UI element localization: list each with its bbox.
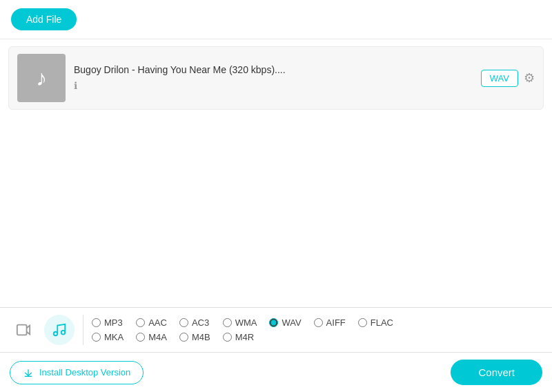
format-radio-flac[interactable] (358, 318, 367, 327)
file-thumbnail: ♪ (17, 54, 66, 102)
format-option-mp3[interactable]: MP3 (92, 317, 124, 328)
add-file-button[interactable]: Add File (11, 8, 77, 30)
file-list: ♪ Bugoy Drilon - Having You Near Me (320… (0, 39, 552, 307)
svg-point-1 (54, 332, 58, 336)
action-bar: Install Desktop Version Convert (0, 353, 552, 392)
format-radio-wav[interactable] (269, 318, 278, 327)
file-item: ♪ Bugoy Drilon - Having You Near Me (320… (8, 46, 544, 110)
music-note-icon: ♪ (36, 66, 47, 91)
format-radio-m4a[interactable] (136, 333, 145, 342)
video-icon (16, 322, 31, 337)
format-option-aac[interactable]: AAC (136, 317, 167, 328)
info-icon[interactable]: ℹ (74, 80, 77, 91)
format-option-m4r[interactable]: M4R (223, 332, 257, 342)
format-label-m4a: M4A (148, 332, 167, 342)
format-badge-button[interactable]: WAV (481, 70, 518, 87)
bottom-panel: MP3AACAC3WMAWAVAIFFFLACMKAM4AM4BM4R Inst… (0, 307, 552, 392)
format-label-mka: MKA (104, 332, 124, 342)
convert-button[interactable]: Convert (451, 360, 542, 385)
format-label-m4r: M4R (235, 332, 254, 342)
format-label-aac: AAC (148, 317, 167, 328)
format-option-aiff[interactable]: AIFF (314, 317, 346, 328)
tab-icons (8, 315, 83, 345)
svg-point-2 (61, 331, 66, 335)
video-tab-button[interactable] (8, 315, 39, 345)
format-radio-ac3[interactable] (179, 318, 188, 327)
format-radio-m4b[interactable] (179, 333, 188, 342)
format-option-ac3[interactable]: AC3 (179, 317, 210, 328)
format-option-wav[interactable]: WAV (269, 317, 301, 328)
format-radio-m4r[interactable] (223, 333, 232, 342)
format-radio-mka[interactable] (92, 333, 101, 342)
format-label-wma: WMA (235, 317, 257, 328)
file-actions: WAV ⚙ (481, 70, 535, 87)
format-label-aiff: AIFF (326, 317, 346, 328)
format-label-mp3: MP3 (104, 317, 123, 328)
format-selector: MP3AACAC3WMAWAVAIFFFLACMKAM4AM4BM4R (0, 308, 552, 353)
download-icon (23, 367, 34, 378)
format-option-wma[interactable]: WMA (223, 317, 257, 328)
audio-tab-button[interactable] (44, 315, 75, 345)
format-option-mka[interactable]: MKA (92, 332, 124, 342)
format-option-m4b[interactable]: M4B (179, 332, 210, 342)
settings-button[interactable]: ⚙ (524, 70, 535, 86)
format-options: MP3AACAC3WMAWAVAIFFFLACMKAM4AM4BM4R (92, 317, 544, 342)
format-label-wav: WAV (282, 317, 301, 328)
format-label-ac3: AC3 (192, 317, 209, 328)
toolbar: Add File (0, 0, 552, 39)
install-label: Install Desktop Version (39, 367, 130, 378)
svg-rect-0 (17, 325, 27, 335)
install-desktop-button[interactable]: Install Desktop Version (10, 361, 144, 384)
file-name: Bugoy Drilon - Having You Near Me (320 k… (74, 64, 473, 75)
format-label-m4b: M4B (192, 332, 210, 342)
file-info: Bugoy Drilon - Having You Near Me (320 k… (66, 64, 481, 92)
format-radio-aac[interactable] (136, 318, 145, 327)
format-option-m4a[interactable]: M4A (136, 332, 167, 342)
audio-icon (52, 322, 67, 337)
format-radio-mp3[interactable] (92, 318, 101, 327)
format-label-flac: FLAC (371, 317, 393, 328)
format-radio-aiff[interactable] (314, 318, 323, 327)
format-radio-wma[interactable] (223, 318, 232, 327)
format-option-flac[interactable]: FLAC (358, 317, 393, 328)
